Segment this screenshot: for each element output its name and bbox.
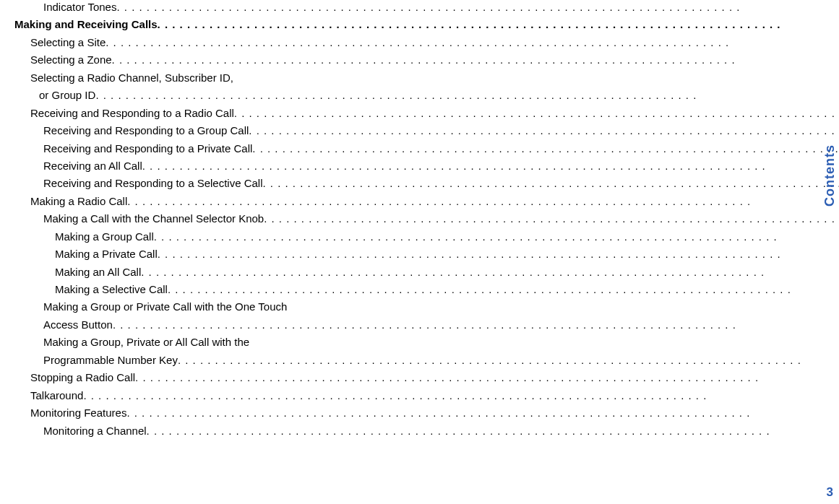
toc-entry-text: Receiving and Responding to a Group Call bbox=[43, 123, 249, 138]
toc-leader-dots bbox=[113, 318, 839, 332]
toc-leader-dots bbox=[95, 88, 839, 103]
toc-leader-dots bbox=[141, 265, 839, 279]
toc-leader-dots bbox=[252, 142, 839, 156]
side-tab-label: Contents bbox=[822, 144, 838, 207]
toc-entry: Making an All Call 29 bbox=[14, 265, 839, 279]
toc-entry-text: Selecting a Zone bbox=[30, 53, 112, 67]
toc-entry-text: Receiving and Responding to a Private Ca… bbox=[43, 142, 252, 156]
toc-entry-text: Making a Private Call bbox=[55, 247, 158, 261]
toc-entry: Monitoring a Channel 34 bbox=[14, 424, 839, 438]
toc-entry: Monitoring Features 34 bbox=[14, 406, 839, 420]
toc-entry-text: Making a Radio Call bbox=[30, 194, 127, 209]
toc-leader-dots bbox=[178, 353, 839, 368]
toc-entry-text: Making and Receiving Calls bbox=[14, 17, 158, 32]
toc-entry: Indicator Tones 20 bbox=[14, 0, 839, 14]
toc-entry: Making and Receiving Calls 21 bbox=[14, 17, 839, 32]
toc-entry: Selecting a Radio Channel, Subscriber ID… bbox=[14, 71, 839, 85]
toc-leader-dots bbox=[135, 370, 839, 385]
toc-entry: Making a Group Call 27 bbox=[14, 230, 839, 244]
toc-entry-text: Stopping a Radio Call bbox=[30, 370, 135, 385]
toc-entry: Making a Group or Private Call with the … bbox=[14, 300, 839, 314]
toc-leader-dots bbox=[158, 247, 839, 261]
toc-leader-dots bbox=[234, 106, 839, 121]
toc-column-left: Indicator Tones 20Making and Receiving C… bbox=[14, 0, 839, 438]
toc-entry-text: Making a Group Call bbox=[55, 230, 154, 244]
toc-entry-text: or Group ID bbox=[39, 88, 95, 103]
toc-leader-dots bbox=[158, 17, 839, 32]
toc-entry-text: Selecting a Site bbox=[30, 35, 106, 50]
toc-leader-dots bbox=[264, 212, 839, 226]
toc-leader-dots bbox=[168, 282, 839, 297]
toc-entry-text: Receiving an All Call bbox=[43, 159, 142, 173]
toc-entry: Selecting a Zone 21 bbox=[14, 53, 839, 67]
toc-entry: Receiving and Responding to a Selective … bbox=[14, 176, 839, 191]
toc-entry: Receiving an All Call 25 bbox=[14, 159, 839, 173]
toc-entry-text: Receiving and Responding to a Radio Call bbox=[30, 106, 234, 121]
toc-entry-text: Programmable Number Key bbox=[43, 353, 178, 368]
page-number: 3 bbox=[827, 485, 833, 500]
toc-leader-dots bbox=[106, 35, 839, 50]
toc-entry: Talkaround 33 bbox=[14, 388, 839, 403]
toc-entry-text: Talkaround bbox=[30, 388, 83, 403]
toc-entry: Access Button 31 bbox=[14, 318, 839, 332]
toc-leader-dots bbox=[263, 176, 839, 191]
toc-entry-text: Access Button bbox=[43, 318, 113, 332]
toc-leader-dots bbox=[116, 0, 839, 14]
toc-entry: Selecting a Site 21 bbox=[14, 35, 839, 50]
toc-entry: Receiving and Responding to a Radio Call… bbox=[14, 106, 839, 121]
toc-entry-text: Making a Group or Private Call with the … bbox=[43, 300, 287, 314]
toc-entry: or Group ID 22 bbox=[14, 88, 839, 103]
toc-leader-dots bbox=[249, 123, 839, 138]
toc-entry-text: Indicator Tones bbox=[43, 0, 116, 14]
toc-leader-dots bbox=[112, 53, 839, 67]
toc-entry: Receiving and Responding to a Private Ca… bbox=[14, 142, 839, 156]
toc-entry: Receiving and Responding to a Group Call… bbox=[14, 123, 839, 138]
toc-entry: Programmable Number Key 32 bbox=[14, 353, 839, 368]
toc-leader-dots bbox=[127, 194, 839, 209]
toc-entry-text: Receiving and Responding to a Selective … bbox=[43, 176, 263, 191]
toc-entry: Stopping a Radio Call 33 bbox=[14, 370, 839, 385]
toc-entry-text: Selecting a Radio Channel, Subscriber ID… bbox=[30, 71, 233, 85]
toc-entry: Making a Private Call 28 bbox=[14, 247, 839, 261]
toc-entry: Making a Selective Call 30 bbox=[14, 282, 839, 297]
toc-leader-dots bbox=[147, 424, 839, 438]
toc-leader-dots bbox=[142, 159, 839, 173]
toc-entry-text: Monitoring Features bbox=[30, 406, 126, 420]
toc-entry: Making a Radio Call 27 bbox=[14, 194, 839, 209]
toc-entry-text: Making a Call with the Channel Selector … bbox=[43, 212, 264, 226]
toc-entry-text: Monitoring a Channel bbox=[43, 424, 147, 438]
side-tab: Contents bbox=[820, 144, 839, 209]
toc-entry-text: Making a Selective Call bbox=[55, 282, 168, 297]
toc-leader-dots bbox=[126, 406, 839, 420]
toc-entry: Making a Group, Private or All Call with… bbox=[14, 335, 839, 349]
toc-entry-text: Making a Group, Private or All Call with… bbox=[43, 335, 249, 349]
toc-leader-dots bbox=[83, 388, 839, 403]
toc-leader-dots bbox=[154, 230, 839, 244]
toc-entry-text: Making an All Call bbox=[55, 265, 141, 279]
toc-entry: Making a Call with the Channel Selector … bbox=[14, 212, 839, 226]
